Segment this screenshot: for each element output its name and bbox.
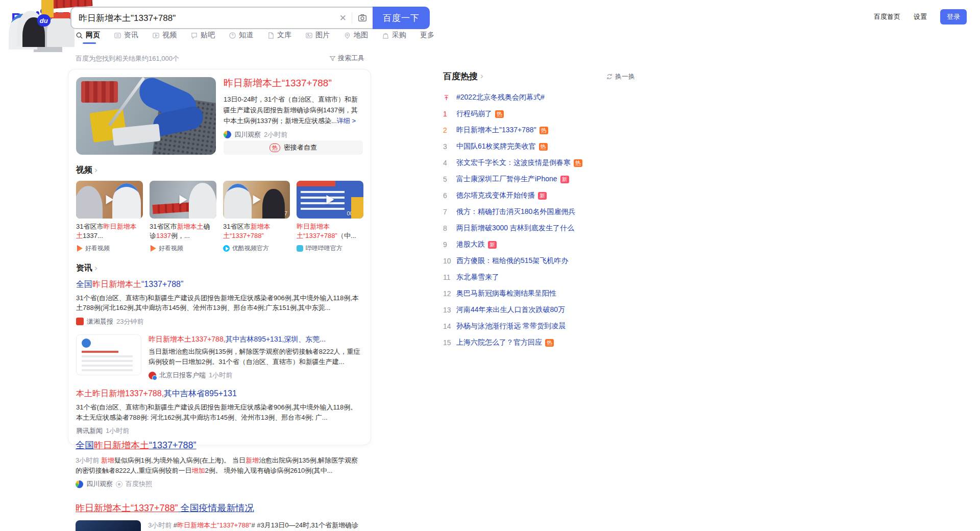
publish-time: 2小时前	[264, 130, 287, 139]
hot-search-link[interactable]: 港股大跌	[456, 240, 485, 249]
hot-search-link[interactable]: 中国队61枚奖牌完美收官	[456, 142, 536, 151]
hot-search-item[interactable]: 4张文宏千字长文：这波疫情是倒春寒热	[443, 155, 635, 171]
haokan-icon	[76, 245, 83, 252]
play-icon	[326, 195, 334, 204]
video-thumbnail[interactable]: 00:23	[297, 181, 363, 219]
search-input[interactable]	[79, 13, 334, 23]
tab-more[interactable]: 更多	[420, 31, 434, 44]
hot-search-item[interactable]: 1行程码崩了热	[443, 106, 635, 122]
result-title[interactable]: 昨日新增本土“1337+788” 全国疫情最新情况	[76, 502, 364, 515]
result-title[interactable]: 全国昨日新增本土“1337+788”	[76, 439, 364, 452]
hot-search-item[interactable]: 12奥巴马新冠病毒检测结果呈阳性	[443, 285, 635, 302]
hot-search-link[interactable]: 西方傻眼：租给俄的515架飞机咋办	[456, 256, 568, 266]
source-name[interactable]: 四川观察	[234, 130, 261, 139]
tab-tieba[interactable]: 贴吧	[190, 31, 215, 44]
news-photo[interactable]	[76, 77, 216, 155]
chat-icon	[190, 32, 198, 39]
play-icon	[253, 195, 260, 204]
tab-wenku[interactable]: 文库	[267, 31, 291, 44]
hot-search-link[interactable]: 张文宏千字长文：这波疫情是倒春寒	[456, 158, 571, 167]
video-section-header[interactable]: 视频 ›	[76, 165, 363, 176]
tab-caigou[interactable]: 采购	[382, 31, 406, 44]
detail-link[interactable]: 详细 >	[337, 117, 356, 125]
hot-search-link[interactable]: 行程码崩了	[456, 109, 492, 118]
hot-search-link[interactable]: 德尔塔克戎变体开始传播	[456, 191, 535, 200]
hot-search-link[interactable]: 东北暴雪来了	[456, 273, 499, 282]
close-contact-check-bar[interactable]: 热 密接者自查	[224, 140, 363, 155]
clear-icon[interactable]: ✕	[334, 13, 352, 23]
search-bar: ✕ 百度一下	[70, 7, 430, 29]
hot-search-item[interactable]: 15上海六院怎么了？官方回应热	[443, 334, 635, 351]
hot-search-item[interactable]: 2昨日新增本土"1337+788"热	[443, 122, 635, 138]
rank-number: 14	[443, 322, 456, 330]
news-icon	[114, 32, 121, 39]
video-title[interactable]: 昨日新增本土“1337+788”（中...	[297, 222, 363, 241]
video-duration: 01:57	[126, 210, 140, 216]
video-thumbnail[interactable]: 02:40	[150, 181, 216, 219]
video-title[interactable]: 31省区市昨日新增本土1337...	[76, 222, 143, 241]
hot-search-item[interactable]: 9港股大跌新	[443, 236, 635, 253]
login-button[interactable]: 登录	[940, 9, 967, 25]
hot-search-item[interactable]: 8两日新增破3000 吉林到底发生了什么	[443, 220, 635, 236]
hot-search-link[interactable]: 上海六院怎么了？官方回应	[456, 338, 542, 347]
news-title[interactable]: 昨日新增本土1337+788,其中吉林895+131,深圳、东莞...	[149, 334, 363, 344]
search-tools[interactable]: 搜索工具	[329, 54, 364, 63]
video-thumbnail[interactable]: 01:57	[76, 181, 143, 219]
search-box[interactable]: ✕	[70, 7, 373, 29]
search-button[interactable]: 百度一下	[373, 7, 430, 29]
video-title[interactable]: 31省区市新增本土“1337+788”	[223, 222, 290, 241]
hot-search-link[interactable]: 奥巴马新冠病毒检测结果呈阳性	[456, 289, 556, 298]
top-news-result: 昨日新增本土“1337+788” 13日0-24时，31个省（自治区、直辖市）和…	[76, 77, 363, 155]
tab-video[interactable]: 视频	[152, 31, 177, 44]
refresh-button[interactable]: 换一换	[606, 72, 635, 81]
camera-icon[interactable]	[357, 13, 368, 22]
hot-search-item[interactable]: 13河南44年来出生人口首次跌破80万	[443, 302, 635, 318]
hot-search-item[interactable]: 6德尔塔克戎变体开始传播新	[443, 187, 635, 204]
rank-number: 1	[443, 110, 456, 118]
result-title[interactable]: 昨日新增本土“1337+788”	[224, 77, 363, 90]
baidu-snapshot-link[interactable]: 百度快照	[126, 479, 152, 489]
tab-zhidao[interactable]: 知道	[229, 31, 253, 44]
hot-search-link[interactable]: 两日新增破3000 吉林到底发生了什么	[456, 224, 574, 233]
hot-search-item[interactable]: 14孙杨与泳池渐行渐远 常带货到凌晨	[443, 318, 635, 334]
hot-search-item[interactable]: 10西方傻眼：租给俄的515架飞机咋办	[443, 253, 635, 269]
article-thumbnail[interactable]	[76, 334, 141, 375]
new-badge: 新	[538, 192, 547, 200]
hot-search-link[interactable]: #2022北京冬残奥会闭幕式#	[456, 93, 545, 102]
video-title[interactable]: 31省区市新增本土确诊1337例，...	[150, 222, 216, 241]
news-section-header[interactable]: 资讯 ›	[76, 263, 363, 274]
nav-baidu-home[interactable]: 百度首页	[874, 12, 900, 21]
hot-search-item[interactable]: 7俄方：精确打击消灭180名外国雇佣兵	[443, 204, 635, 220]
hot-search-link[interactable]: 昨日新增本土"1337+788"	[456, 126, 536, 135]
result-snippet: 3小时前 #昨日新增本土"1337+788"# #3月13日0—24时,31个省…	[148, 520, 364, 531]
tab-image[interactable]: 图片	[305, 31, 330, 44]
hot-search-item[interactable]: 5富士康深圳工厂暂停生产iPhone新	[443, 171, 635, 187]
source-row: 北京日报客户端 1小时前	[149, 371, 363, 380]
hot-search-link[interactable]: 孙杨与泳池渐行渐远 常带货到凌晨	[456, 322, 566, 331]
baidu-serp-page: { "header": { "logo": {"bai": "Bai", "du…	[0, 0, 980, 531]
hot-search-link[interactable]: 俄方：精确打击消灭180名外国雇佣兵	[456, 207, 575, 216]
hot-search-item[interactable]: 3中国队61枚奖牌完美收官热	[443, 138, 635, 155]
sichuan-guancha-logo-icon	[76, 480, 83, 488]
hot-search-item[interactable]: #2022北京冬残奥会闭幕式#	[443, 89, 635, 106]
news-title[interactable]: 本土昨日新增1337+788,其中吉林省895+131	[76, 388, 363, 399]
hot-search-item[interactable]: 11东北暴雪来了	[443, 269, 635, 285]
news-item: 本土昨日新增1337+788,其中吉林省895+131 31个省(自治区、直辖市…	[76, 388, 363, 436]
rank-number: 2	[443, 126, 456, 134]
video-result: 00:23昨日新增本土“1337+788”（中...哔哩哔哩官方	[297, 181, 363, 253]
tab-news[interactable]: 资讯	[114, 31, 138, 44]
hot-search-title[interactable]: 百度热搜	[443, 70, 478, 82]
tab-map[interactable]: 地图	[344, 31, 368, 44]
source-row: 好看视频	[76, 244, 143, 253]
video-thumbnail[interactable]: 02:37	[223, 181, 290, 219]
news-title[interactable]: 全国昨日新增本土“1337+788”	[76, 279, 363, 290]
rank-number: 6	[443, 191, 456, 200]
nav-settings[interactable]: 设置	[914, 12, 927, 21]
hot-search-link[interactable]: 富士康深圳工厂暂停生产iPhone	[456, 175, 557, 184]
epidemic-thumbnail[interactable]: 疫情	[76, 520, 141, 531]
results-count: 百度为您找到相关结果约161,000个	[76, 54, 179, 63]
source-row: 好看视频	[150, 244, 216, 253]
hot-search-link[interactable]: 河南44年来出生人口首次跌破80万	[456, 305, 565, 315]
tab-webpage[interactable]: 网页	[76, 31, 100, 44]
chevron-right-icon: ›	[480, 71, 483, 80]
